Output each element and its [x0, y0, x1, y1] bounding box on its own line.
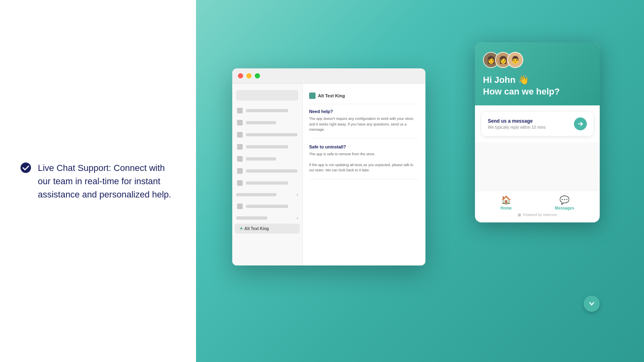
greeting-name: Hi John 👋: [483, 74, 592, 86]
check-icon: [20, 162, 31, 173]
browser-content: › › ✛ Alt Text King: [232, 84, 425, 265]
app-sidebar-label: Alt Text King: [244, 226, 269, 231]
powered-by-icon: ▦: [518, 213, 521, 217]
nav-label-6: [246, 169, 297, 173]
nav-label-4: [246, 145, 288, 148]
faq-section-1: Need help? The app doesn't require any c…: [309, 109, 419, 139]
faq-text-2: The app is safe to remove from the store…: [309, 152, 419, 173]
browser-window: › › ✛ Alt Text King: [232, 68, 425, 265]
feature-description: Live Chat Support: Connect with our team…: [38, 161, 176, 201]
faq-text-1: The app doesn't require any configuratio…: [309, 116, 419, 133]
nav-label-8: [246, 205, 288, 208]
send-message-subtitle: We typically reply within 10 mins: [488, 125, 574, 130]
app-logo-icon: [309, 93, 316, 99]
left-panel: Live Chat Support: Connect with our team…: [0, 0, 196, 362]
nav-label-3: [246, 133, 297, 136]
window-minimize-btn[interactable]: [246, 73, 252, 78]
powered-by: ▦ Powered by Intercom: [475, 210, 600, 220]
nav-label-1: [246, 109, 288, 112]
nav-icon-4: [237, 144, 243, 150]
window-close-btn[interactable]: [238, 73, 243, 78]
greeting-sub: How can we help?: [483, 86, 592, 98]
sidebar-section-2[interactable]: ›: [236, 215, 298, 221]
send-message-title: Send us a message: [488, 118, 574, 124]
faq-title-2: Safe to uninstall?: [309, 144, 419, 149]
support-avatar-3: 👨: [507, 52, 523, 68]
nav-item-4[interactable]: [232, 141, 302, 153]
nav-icon-7: [237, 180, 243, 186]
nav-item-6[interactable]: [232, 165, 302, 177]
browser-titlebar: [232, 68, 425, 84]
nav-icon-2: [237, 120, 243, 125]
send-message-card[interactable]: Send us a message We typically reply wit…: [481, 112, 593, 136]
nav-label-2: [246, 121, 276, 124]
faq-title-1: Need help?: [309, 109, 419, 114]
chevron-right-icon-1: ›: [297, 192, 298, 197]
chat-footer: 🏠 Home 💬 Messages ▦ Powered by Intercom: [475, 191, 600, 222]
chat-greeting: Hi John 👋 How can we help?: [483, 74, 592, 97]
nav-label-5: [246, 157, 276, 160]
faq-section-2: Safe to uninstall? The app is safe to re…: [309, 144, 419, 179]
nav-icon-1: [237, 108, 243, 113]
nav-item-8[interactable]: [232, 200, 302, 212]
send-message-button[interactable]: [574, 117, 587, 130]
alt-text-king-nav: ✛ Alt Text King: [235, 224, 300, 234]
right-panel: › › ✛ Alt Text King: [196, 0, 644, 362]
send-icon: [578, 121, 583, 127]
chat-widget: 👩 👩 👨 Hi John 👋 How can we help? Send us…: [475, 42, 600, 222]
app-main-content: Alt Text King Need help? The app doesn't…: [303, 84, 425, 265]
chat-nav: 🏠 Home 💬 Messages: [475, 195, 600, 210]
nav-item-2[interactable]: [232, 117, 302, 129]
nav-item-5[interactable]: [232, 153, 302, 165]
send-message-info: Send us a message We typically reply wit…: [488, 118, 574, 130]
chat-header: 👩 👩 👨 Hi John 👋 How can we help?: [475, 42, 600, 105]
messages-nav-label: Messages: [555, 206, 574, 210]
chat-body: [475, 142, 600, 191]
section-label-1: [236, 193, 277, 196]
chat-nav-home[interactable]: 🏠 Home: [501, 195, 512, 210]
nav-icon-6: [237, 168, 243, 174]
app-icon: ✛: [239, 226, 243, 231]
sidebar-active-item[interactable]: ✛ Alt Text King: [235, 224, 300, 234]
svg-point-0: [21, 162, 31, 173]
powered-by-text: Powered by Intercom: [523, 213, 557, 217]
messages-icon: 💬: [559, 195, 570, 205]
app-header: Alt Text King: [309, 90, 419, 104]
nav-item-1[interactable]: [232, 105, 302, 117]
nav-icon-8: [237, 204, 243, 209]
feature-item: Live Chat Support: Connect with our team…: [20, 161, 176, 201]
app-sidebar: › › ✛ Alt Text King: [232, 84, 303, 265]
chat-nav-messages[interactable]: 💬 Messages: [555, 195, 574, 210]
nav-item-3[interactable]: [232, 129, 302, 141]
chat-avatars: 👩 👩 👨: [483, 52, 592, 68]
window-maximize-btn[interactable]: [255, 73, 260, 78]
nav-icon-3: [237, 132, 243, 138]
nav-label-7: [246, 181, 288, 185]
chevron-down-button[interactable]: [584, 296, 600, 312]
app-header-name: Alt Text King: [318, 93, 345, 98]
sidebar-select[interactable]: [236, 90, 298, 101]
section-label-2: [236, 216, 267, 220]
chevron-right-icon-2: ›: [297, 215, 298, 221]
nav-icon-5: [237, 156, 243, 162]
sidebar-section-1[interactable]: ›: [236, 191, 298, 198]
chevron-down-icon: [588, 300, 595, 307]
home-icon: 🏠: [501, 195, 511, 205]
home-nav-label: Home: [501, 206, 512, 210]
nav-item-7[interactable]: [232, 177, 302, 189]
